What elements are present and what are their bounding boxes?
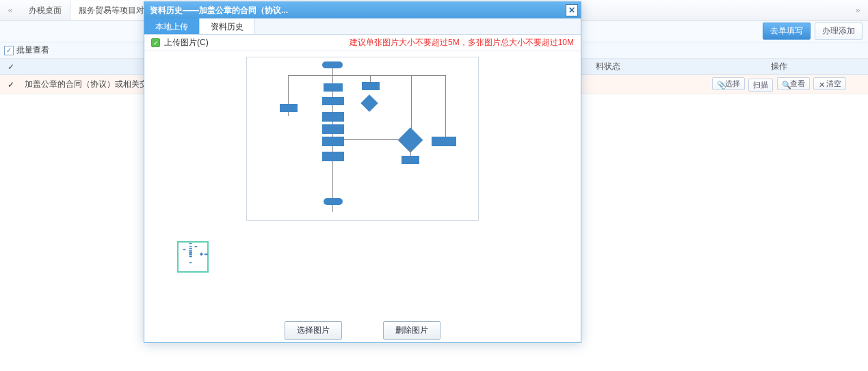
dialog-title: 资料历史——加盖公章的合同（协议... [150,5,566,16]
dialog-button-row: 选择图片 删除图片 [144,314,581,342]
preview-area [144,51,581,314]
thumbnail-row [150,241,209,273]
tab-local-upload[interactable]: 本地上传 [144,18,200,34]
history-dialog: 资料历史——加盖公章的合同（协议... ✕ 本地上传 资料历史 ✓ 上传图片(C… [144,1,581,343]
upload-header-row: ✓ 上传图片(C) 建议单张图片大小不要超过5M，多张图片总大小不要超过10M [144,35,581,51]
choose-image-button[interactable]: 选择图片 [285,321,342,340]
tab-material-history[interactable]: 资料历史 [200,18,255,34]
dialog-close-button[interactable]: ✕ [566,4,578,16]
thumbnail-1[interactable] [177,241,209,273]
preview-image[interactable] [246,57,479,221]
upload-checkbox[interactable]: ✓ [151,38,160,47]
dialog-tabs: 本地上传 资料历史 [144,18,581,35]
flowchart-icon [247,57,478,220]
upload-size-hint: 建议单张图片大小不要超过5M，多张图片总大小不要超过10M [350,37,574,49]
delete-image-button[interactable]: 删除图片 [383,321,440,340]
upload-label: 上传图片(C) [164,37,209,49]
dialog-titlebar[interactable]: 资料历史——加盖公章的合同（协议... ✕ [144,2,581,18]
